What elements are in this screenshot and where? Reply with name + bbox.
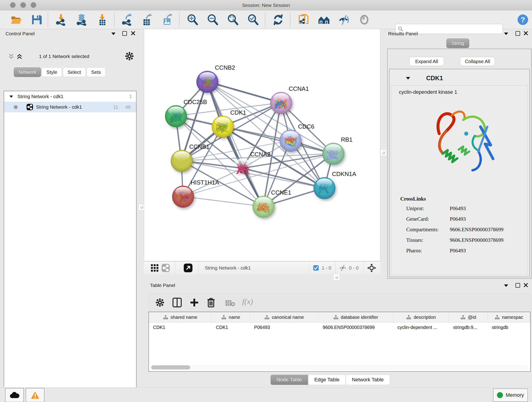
- cell-name[interactable]: CDK1: [212, 325, 250, 330]
- tab-sets[interactable]: Sets: [86, 67, 106, 77]
- save-session-icon[interactable]: [31, 14, 43, 26]
- table-horizontal-scrollbar[interactable]: [150, 365, 528, 370]
- node-CCNB2[interactable]: [196, 71, 218, 93]
- crosslink-compartments-link[interactable]: 9606.ENSP00000378699: [450, 227, 504, 233]
- cell-database-identifier[interactable]: 9606.ENSP00000378699: [319, 325, 393, 330]
- close-panel-button[interactable]: [131, 31, 135, 35]
- table-header-row: shared namenamecanonical namedatabase id…: [149, 312, 530, 322]
- network-canvas[interactable]: CCNB2CCNA1CDC25BCDK1CDC6RB1CCNB1CCNA2CDK…: [144, 29, 380, 261]
- cell-shared-name[interactable]: CDK1: [149, 325, 212, 330]
- selected-checkbox-icon[interactable]: [313, 265, 319, 271]
- export-network-icon[interactable]: [121, 14, 133, 26]
- network-tree-root-row[interactable]: String Network - cdk1 1: [4, 91, 136, 102]
- table-row[interactable]: CDK1CDK1P064939606.ENSP00000378699cyclin…: [149, 322, 530, 332]
- node-HIST1H1A[interactable]: [172, 186, 194, 208]
- detach-view-icon[interactable]: [184, 263, 193, 273]
- delete-table-icon[interactable]: [225, 300, 235, 306]
- tab-node-table[interactable]: Node Table: [270, 375, 308, 385]
- close-panel-button[interactable]: [524, 283, 528, 287]
- crosslink-genecard-link[interactable]: P06493: [450, 216, 466, 222]
- export-image-icon[interactable]: [161, 14, 173, 26]
- hidden-counts: 0 - 0: [349, 265, 359, 271]
- node-table[interactable]: shared namenamecanonical namedatabase id…: [148, 312, 531, 372]
- cell-description[interactable]: cyclin-dependent ...: [393, 325, 449, 330]
- control-panel-title: Control Panel: [6, 31, 35, 36]
- warning-button[interactable]: [26, 388, 44, 402]
- cell-namespac[interactable]: stringdb: [488, 325, 530, 330]
- panel-menu-caret[interactable]: [504, 32, 508, 35]
- control-panel-tabs: Network Style Select Sets: [14, 67, 106, 77]
- show-hide-icon[interactable]: [338, 14, 350, 26]
- node-label-CCNB2: CCNB2: [215, 64, 235, 71]
- import-network-database-icon[interactable]: [76, 14, 88, 26]
- gene-expand-caret[interactable]: [406, 77, 410, 80]
- table-settings-gear-icon[interactable]: [156, 298, 164, 307]
- cloud-button[interactable]: [5, 388, 24, 402]
- hidden-eye-icon[interactable]: [339, 264, 347, 271]
- control-panel: Control Panel Network Style Select Sets …: [0, 29, 141, 387]
- memory-button[interactable]: Memory: [493, 389, 528, 402]
- gear-icon[interactable]: [125, 52, 134, 61]
- refresh-icon[interactable]: [272, 14, 284, 26]
- tab-network[interactable]: Network: [14, 67, 41, 77]
- help-icon[interactable]: ?: [517, 14, 529, 26]
- network-row-selected[interactable]: String Network - cdk1 11 48: [4, 102, 136, 112]
- show-columns-icon[interactable]: [172, 298, 182, 307]
- node-CDC25B[interactable]: [165, 105, 187, 127]
- grid-mode-icon[interactable]: [151, 264, 158, 272]
- column-header-name[interactable]: name: [212, 312, 250, 322]
- node-CCNA2[interactable]: [232, 157, 253, 179]
- grapher-icon[interactable]: [358, 14, 370, 26]
- add-column-icon[interactable]: [190, 298, 199, 307]
- clone-network-icon[interactable]: [298, 14, 310, 26]
- panel-menu-caret[interactable]: [504, 284, 508, 287]
- tree-expand-caret[interactable]: [9, 95, 13, 97]
- node-CCNE1[interactable]: [253, 196, 274, 218]
- cell--id[interactable]: stringdb:9...: [449, 325, 488, 330]
- node-CDKN1A[interactable]: [313, 177, 336, 199]
- crosslink-pharos-link[interactable]: P06493: [450, 248, 466, 254]
- tab-edge-table[interactable]: Edge Table: [308, 375, 346, 385]
- column-header-description[interactable]: description: [393, 312, 449, 322]
- open-session-icon[interactable]: [10, 14, 22, 26]
- tab-network-table[interactable]: Network Table: [346, 375, 390, 385]
- cell-canonical-name[interactable]: P06493: [250, 325, 318, 330]
- crosslink-tissues-link[interactable]: 9606.ENSP00000378699: [450, 237, 504, 243]
- collapse-all-button[interactable]: Collapse All: [460, 57, 495, 66]
- function-builder-button[interactable]: f(x): [242, 297, 253, 306]
- close-panel-button[interactable]: [524, 31, 528, 35]
- zoom-in-icon[interactable]: [186, 14, 198, 26]
- expand-all-button[interactable]: Expand All: [409, 57, 444, 66]
- export-table-icon[interactable]: [141, 14, 153, 26]
- crosslink-uniprot-link[interactable]: P06493: [450, 206, 466, 211]
- zoom-out-icon[interactable]: [207, 14, 219, 26]
- node-CDC6[interactable]: [279, 130, 302, 152]
- tab-string[interactable]: String: [446, 38, 469, 48]
- column-header-namespac[interactable]: namespac: [488, 312, 530, 322]
- zoom-selected-icon[interactable]: [247, 14, 259, 26]
- float-panel-button[interactable]: [515, 283, 520, 288]
- pan-crosshair-icon[interactable]: [367, 263, 376, 273]
- home-icon[interactable]: [318, 14, 330, 26]
- column-header-database-identifier[interactable]: database identifier: [319, 312, 393, 322]
- column-header--id[interactable]: @id: [449, 312, 488, 322]
- delete-column-trash-icon[interactable]: [206, 297, 215, 308]
- import-table-icon[interactable]: [96, 14, 108, 26]
- tab-select[interactable]: Select: [63, 67, 86, 77]
- zoom-fit-icon[interactable]: [227, 14, 239, 26]
- main-toolbar: ?: [0, 11, 532, 29]
- tab-style[interactable]: Style: [42, 67, 62, 77]
- node-RB1[interactable]: [322, 143, 344, 165]
- panel-menu-caret[interactable]: [111, 32, 115, 35]
- string-view-icon[interactable]: [161, 264, 170, 272]
- column-type-icon: [264, 315, 269, 319]
- import-network-file-icon[interactable]: [55, 14, 67, 26]
- column-header-shared-name[interactable]: shared name: [149, 312, 212, 322]
- float-panel-button[interactable]: [515, 31, 520, 36]
- float-panel-button[interactable]: [122, 31, 127, 36]
- column-header-canonical-name[interactable]: canonical name: [250, 312, 318, 322]
- node-CCNA1[interactable]: [270, 92, 292, 114]
- node-CCNB1[interactable]: [171, 150, 193, 172]
- node-CDK1[interactable]: [212, 116, 234, 138]
- scrollbar-thumb[interactable]: [151, 365, 190, 370]
